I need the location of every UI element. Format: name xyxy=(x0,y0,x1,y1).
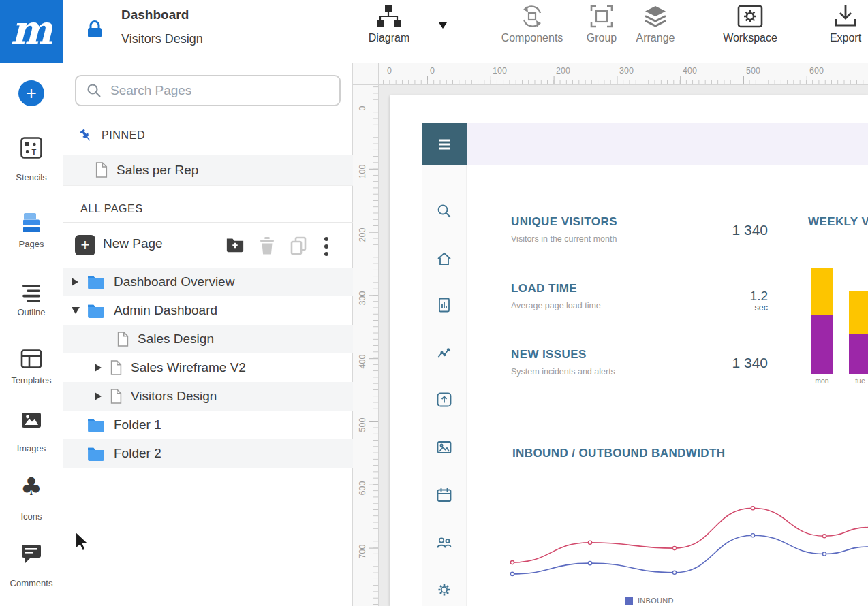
caret-right-icon[interactable] xyxy=(95,392,110,400)
bar-tue xyxy=(849,291,868,374)
toolbar-export-label: Export xyxy=(822,32,868,44)
toolbar-workspace-label: Workspace xyxy=(719,32,781,44)
rail-item-comments[interactable] xyxy=(0,543,63,566)
kpi-value: 1 340 xyxy=(676,222,768,238)
add-button[interactable]: + xyxy=(18,80,44,106)
mouse-cursor xyxy=(73,531,91,552)
toolbar-group[interactable]: Group xyxy=(580,0,623,63)
tree-item-dashboard-overview[interactable]: Dashboard Overview xyxy=(63,268,353,296)
v-ruler-label: 100 xyxy=(358,163,369,180)
toolbar-arrange[interactable]: Arrange xyxy=(630,0,681,63)
tree-item-visitors-design[interactable]: Visitors Design xyxy=(63,382,353,411)
weekly-visitors-bar-chart xyxy=(811,266,868,374)
new-folder-icon[interactable] xyxy=(226,236,245,253)
h-ruler-label: 100 xyxy=(493,66,507,76)
bar-segment-bottom xyxy=(849,334,868,374)
h-ruler-label: 600 xyxy=(809,66,824,76)
wf-image-icon xyxy=(435,438,453,456)
tree-item-sales-design[interactable]: Sales Design xyxy=(63,325,353,353)
toolbar-components[interactable]: Components xyxy=(499,0,565,63)
rail-label-comments[interactable]: Comments xyxy=(0,578,63,588)
tree-item-folder-1[interactable]: Folder 1 xyxy=(63,411,353,439)
h-ruler-label: 200 xyxy=(556,66,570,76)
svg-text:T: T xyxy=(32,148,37,156)
lock-icon[interactable] xyxy=(86,19,104,39)
folder-icon xyxy=(87,446,106,461)
left-rail: + T Stencils Pages xyxy=(0,63,63,606)
top-toolbar: m Dashboard Visitors Design Diagram xyxy=(0,0,868,63)
rail-item-pages[interactable] xyxy=(0,211,63,234)
duplicate-icon[interactable] xyxy=(290,236,307,255)
page-icon xyxy=(95,161,108,178)
all-pages-header: ALL PAGES xyxy=(63,195,353,223)
tree-item-sales-wireframe-v2[interactable]: Sales Wireframe V2 xyxy=(63,353,353,382)
rail-label-icons[interactable]: Icons xyxy=(0,511,63,522)
bandwidth-title: INBOUND / OUTBOUND BANDWIDTH xyxy=(512,447,725,460)
pinned-header-label: PINNED xyxy=(102,129,145,142)
bar-mon xyxy=(811,268,833,374)
toolbar-export[interactable]: Export xyxy=(822,0,868,63)
all-pages-header-label: ALL PAGES xyxy=(80,203,143,215)
toolbar-components-label: Components xyxy=(499,32,565,44)
legend-swatch-inbound xyxy=(625,597,633,605)
rail-item-icons[interactable]: ♣ xyxy=(0,475,63,498)
wf-search-icon xyxy=(435,202,453,220)
pinned-page-label: Sales per Rep xyxy=(117,163,198,178)
weekly-visitors-title: WEEKLY VISITORS xyxy=(808,215,868,229)
wf-menu-block xyxy=(422,123,467,165)
logo-letter: m xyxy=(11,10,52,50)
toolbar-workspace[interactable]: Workspace xyxy=(719,0,781,63)
moqups-logo[interactable]: m xyxy=(0,0,63,63)
components-icon xyxy=(519,4,545,29)
caret-right-icon[interactable] xyxy=(95,364,110,372)
h-ruler-label: 500 xyxy=(746,66,760,76)
rail-item-images[interactable] xyxy=(0,409,63,432)
search-pages-input[interactable] xyxy=(110,83,339,98)
wireframe-page[interactable]: UNIQUE VISITORS Visitors in the current … xyxy=(390,95,868,606)
toolbar-diagram[interactable]: Diagram xyxy=(359,0,419,63)
rail-item-stencils[interactable]: T xyxy=(0,136,63,159)
export-icon xyxy=(833,4,858,29)
pages-icon xyxy=(20,211,43,234)
more-options-icon[interactable] xyxy=(324,236,329,257)
caret-right-icon[interactable] xyxy=(72,278,87,286)
new-page-button[interactable]: + xyxy=(75,235,95,255)
design-canvas[interactable]: UNIQUE VISITORS Visitors in the current … xyxy=(379,85,868,606)
club-icon: ♣ xyxy=(20,473,42,500)
rail-item-templates[interactable] xyxy=(0,347,63,370)
pinned-page-item[interactable]: Sales per Rep xyxy=(63,155,353,186)
delete-icon[interactable] xyxy=(258,236,276,255)
diagram-dropdown-caret-icon[interactable] xyxy=(439,22,447,29)
v-ruler-label: 600 xyxy=(358,479,369,497)
tree-item-label: Folder 1 xyxy=(114,417,161,432)
folder-icon xyxy=(87,274,106,289)
rail-label-stencils[interactable]: Stencils xyxy=(0,172,63,182)
outline-icon xyxy=(20,281,43,304)
rail-item-outline[interactable] xyxy=(0,281,63,304)
tree-item-label: Admin Dashboard xyxy=(114,303,217,318)
h-ruler-label: 0 xyxy=(430,66,435,76)
v-ruler-label: 300 xyxy=(358,289,369,307)
templates-icon xyxy=(20,347,43,370)
tree-item-folder-2[interactable]: Folder 2 xyxy=(63,439,353,468)
hamburger-menu-icon xyxy=(434,133,456,155)
h-ruler-label: 300 xyxy=(619,66,634,76)
folder-icon xyxy=(87,417,106,432)
document-title[interactable]: Dashboard xyxy=(121,7,189,22)
bandwidth-line-chart xyxy=(504,500,868,603)
rail-label-images[interactable]: Images xyxy=(0,443,63,453)
new-page-label[interactable]: New Page xyxy=(103,236,163,251)
document-subtitle[interactable]: Visitors Design xyxy=(121,32,203,46)
ruler-corner xyxy=(353,63,379,85)
caret-down-icon[interactable] xyxy=(72,307,87,314)
rail-label-outline[interactable]: Outline xyxy=(0,307,63,317)
rail-label-templates[interactable]: Templates xyxy=(0,375,63,385)
tree-item-admin-dashboard[interactable]: Admin Dashboard xyxy=(63,296,353,325)
pin-icon xyxy=(78,127,93,144)
toolbar-group-label: Group xyxy=(580,32,623,44)
v-ruler-label: 0 xyxy=(358,99,369,117)
search-pages-box[interactable] xyxy=(75,75,341,106)
rail-label-pages[interactable]: Pages xyxy=(0,239,63,249)
bar-category-label: mon xyxy=(811,377,833,385)
page-icon xyxy=(117,331,129,347)
